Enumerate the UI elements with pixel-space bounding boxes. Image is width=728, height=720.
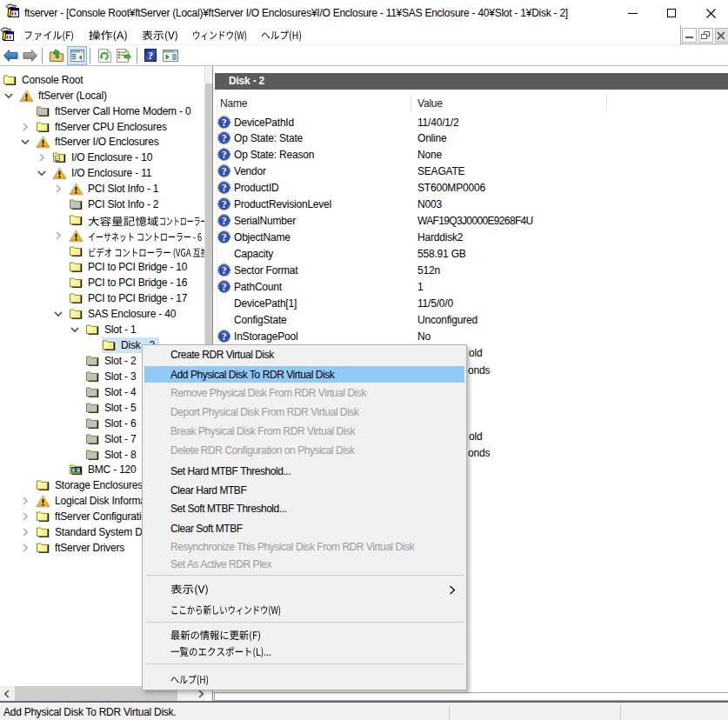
svg-text:?: ?: [222, 132, 227, 144]
svg-text:?: ?: [222, 231, 227, 243]
svg-text:?: ?: [222, 281, 227, 293]
svg-text:?: ?: [222, 117, 227, 129]
svg-text:?: ?: [222, 264, 227, 277]
svg-text:?: ?: [222, 198, 227, 210]
svg-text:?: ?: [222, 215, 227, 227]
svg-text:?: ?: [222, 149, 227, 161]
svg-text:?: ?: [222, 165, 227, 177]
svg-text:?: ?: [148, 50, 153, 62]
svg-text:?: ?: [222, 330, 227, 343]
svg-text:?: ?: [222, 182, 227, 194]
